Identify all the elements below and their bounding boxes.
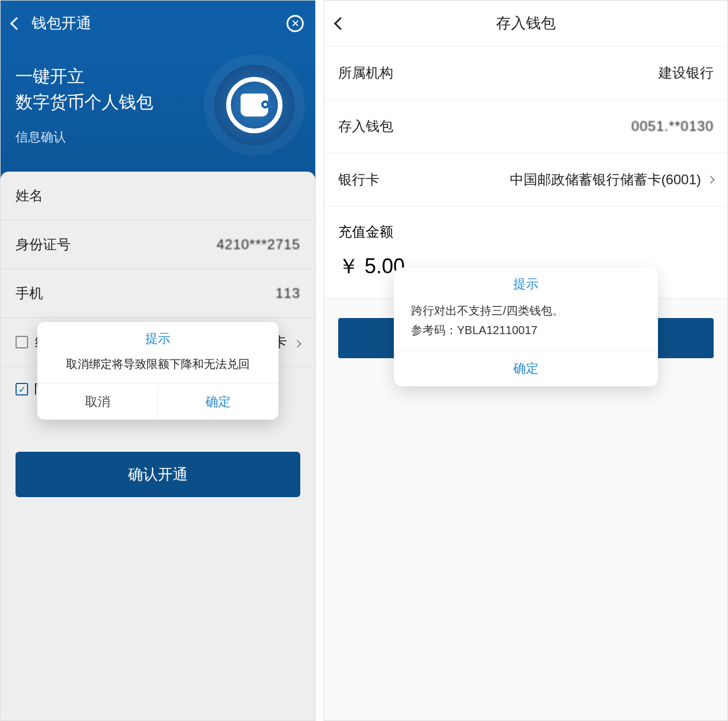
header-title: 存入钱包 xyxy=(496,13,556,33)
close-icon[interactable]: ✕ xyxy=(286,15,304,32)
bank-checkbox[interactable] xyxy=(16,336,28,348)
amount-label: 充值金额 xyxy=(324,207,727,247)
id-label: 身份证号 xyxy=(16,235,71,254)
phone-label: 手机 xyxy=(16,284,43,303)
dialog-line1: 跨行对出不支持三/四类钱包。 xyxy=(411,301,641,320)
row-org: 所属机构 建设银行 xyxy=(324,46,727,100)
row-name[interactable]: 姓名 xyxy=(1,172,315,220)
row-card[interactable]: 银行卡 中国邮政储蓄银行储蓄卡(6001) xyxy=(324,153,727,207)
dialog-message: 取消绑定将导致限额下降和无法兑回 xyxy=(37,352,278,383)
chevron-right-icon xyxy=(707,176,715,184)
id-value: 4210***2715 xyxy=(216,237,300,253)
hero-line2: 数字货币个人钱包 xyxy=(16,89,153,115)
dialog-title: 提示 xyxy=(37,322,278,352)
hero-banner: 一键开立 数字货币个人钱包 信息确认 xyxy=(1,46,315,181)
dialog-line2: 参考码：YBLA12110017 xyxy=(411,320,641,340)
row-id[interactable]: 身份证号 4210***2715 xyxy=(1,220,315,269)
org-label: 所属机构 xyxy=(338,64,393,82)
back-icon[interactable] xyxy=(10,17,24,30)
card-value: 中国邮政储蓄银行储蓄卡(6001) xyxy=(510,170,714,189)
wallet-label: 存入钱包 xyxy=(338,117,393,135)
row-wallet[interactable]: 存入钱包 0051.**0130 xyxy=(324,100,727,153)
org-value: 建设银行 xyxy=(659,64,714,82)
dialog-ok-button[interactable]: 确定 xyxy=(394,350,658,386)
screen-divider xyxy=(316,0,324,721)
left-dialog: 提示 取消绑定将导致限额下降和无法兑回 取消 确定 xyxy=(37,322,278,420)
right-dialog: 提示 跨行对出不支持三/四类钱包。 参考码：YBLA12110017 确定 xyxy=(394,268,658,386)
name-label: 姓名 xyxy=(16,187,43,205)
back-icon[interactable] xyxy=(334,17,347,30)
dialog-title: 提示 xyxy=(394,268,658,299)
agree-checkbox[interactable]: ✓ xyxy=(16,383,28,396)
confirm-open-button[interactable]: 确认开通 xyxy=(16,452,300,497)
hero-subtitle: 信息确认 xyxy=(16,127,153,146)
chevron-right-icon xyxy=(293,340,301,348)
screen-wallet-open: 钱包开通 ✕ 一键开立 数字货币个人钱包 信息确认 姓名 身份证号 4210**… xyxy=(0,0,316,721)
card-label: 银行卡 xyxy=(338,170,380,189)
wallet-icon xyxy=(214,65,295,145)
dialog-cancel-button[interactable]: 取消 xyxy=(37,384,158,420)
hero-line1: 一键开立 xyxy=(16,63,153,89)
screen-deposit: 存入钱包 所属机构 建设银行 存入钱包 0051.**0130 银行卡 中国邮政… xyxy=(324,0,728,721)
dialog-ok-button[interactable]: 确定 xyxy=(158,384,279,420)
left-header: 钱包开通 ✕ xyxy=(1,1,315,46)
wallet-value: 0051.**0130 xyxy=(632,118,714,134)
phone-value: 113 xyxy=(276,285,300,301)
right-header: 存入钱包 xyxy=(324,1,727,46)
row-phone[interactable]: 手机 113 xyxy=(1,269,315,318)
header-title: 钱包开通 xyxy=(32,13,91,33)
